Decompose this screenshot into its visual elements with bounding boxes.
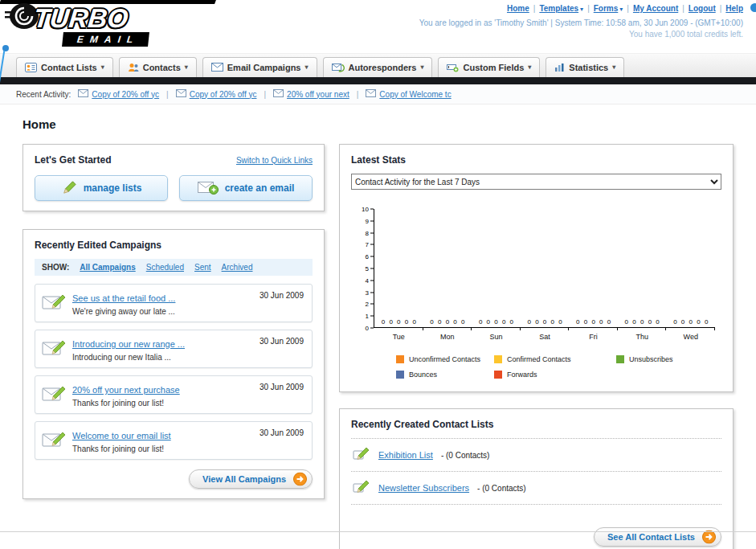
- chart-bar-group: 0 0 0 0 0: [423, 209, 472, 327]
- see-all-contact-lists-button[interactable]: See All Contact Lists: [594, 527, 721, 547]
- show-label: SHOW:: [42, 263, 69, 272]
- campaign-subtitle: Thanks for joining our list!: [72, 445, 305, 453]
- bar-value-labels: 0 0 0 0 0: [666, 318, 715, 326]
- campaign-filters: All CampaignsScheduledSentArchived: [80, 263, 252, 272]
- contact-lists-title: Recently Created Contact Lists: [351, 419, 721, 430]
- contact-list-link[interactable]: Exhibition List: [378, 450, 433, 460]
- header-nav-link[interactable]: Home: [507, 4, 529, 13]
- see-all-contact-lists-label: See All Contact Lists: [607, 532, 695, 542]
- envelope-icon: [176, 89, 186, 99]
- campaign-filter-tab[interactable]: Scheduled: [146, 263, 184, 272]
- view-all-campaigns-button[interactable]: View All Campaigns: [189, 469, 313, 489]
- header-nav-link[interactable]: Help: [725, 4, 743, 13]
- nav-separator: |: [627, 4, 629, 13]
- campaign-title-link[interactable]: Welcome to our email list: [72, 431, 171, 440]
- legend-color-box: [616, 355, 624, 363]
- header-nav-item: Forms▾|: [594, 4, 633, 13]
- campaign-list-item[interactable]: Introducing our new range ... Introducin…: [35, 330, 313, 368]
- stats-filter-select[interactable]: Contact Activity for the Last 7 Days: [351, 174, 721, 190]
- bar-value-labels: 0 0 0 0 0: [423, 318, 472, 326]
- header-nav-link[interactable]: Templates: [539, 4, 578, 13]
- header-nav-link[interactable]: My Account: [633, 4, 678, 13]
- bar-value-labels: 0 0 0 0 0: [472, 318, 521, 326]
- tab-label: Contact Lists: [41, 63, 97, 72]
- recent-activity-link[interactable]: Copy of Welcome tc: [379, 90, 451, 99]
- envelope-pencil-icon: [42, 429, 66, 453]
- tab-label: Email Campaigns: [227, 63, 301, 72]
- legend-item: Forwards: [494, 371, 616, 379]
- nav-tab[interactable]: Statistics ▾: [546, 57, 624, 77]
- statistics-icon: [554, 63, 565, 72]
- recent-activity-items: Copy of 20% off yc | Copy of 20% off yc …: [78, 89, 451, 99]
- campaign-date: 30 Jun 2009: [259, 428, 304, 437]
- latest-stats-panel: Latest Stats Contact Activity for the La…: [339, 144, 734, 392]
- envelope-pencil-icon: [42, 292, 66, 315]
- legend-color-box: [396, 355, 404, 363]
- switch-quick-links[interactable]: Switch to Quick Links: [236, 156, 313, 165]
- manage-lists-button[interactable]: manage lists: [35, 175, 168, 201]
- campaign-date: 30 Jun 2009: [259, 383, 304, 391]
- recent-activity-link[interactable]: 20% off your next: [287, 90, 349, 99]
- get-started-title: Let's Get Started: [35, 154, 112, 166]
- campaign-list-item[interactable]: See us at the retail food ... We're givi…: [35, 284, 313, 322]
- legend-item: Unsubscribes: [616, 355, 715, 363]
- contact-list-link[interactable]: Newsletter Subscribers: [378, 483, 469, 493]
- y-axis-tick-label: 7: [366, 241, 374, 248]
- chart-y-axis: 012345678910: [358, 209, 374, 328]
- pencil-icon: [61, 180, 77, 197]
- header-nav-link[interactable]: Logout: [689, 4, 716, 13]
- manage-lists-label: manage lists: [84, 182, 142, 194]
- contact-activity-chart: 012345678910 0 0 0 0 00 0 0 0 00 0 0 0 0…: [358, 209, 715, 379]
- edge-blue-dot: [750, 3, 756, 12]
- recent-activity-link[interactable]: Copy of 20% off yc: [92, 90, 159, 99]
- y-axis-tick-label: 4: [366, 277, 374, 284]
- envelope-pencil-icon: [42, 383, 66, 407]
- pencil-card-icon: [353, 479, 370, 497]
- nav-divider-bar: [0, 77, 756, 84]
- campaign-filter-tab[interactable]: Archived: [222, 263, 253, 272]
- header-nav-link[interactable]: Forms: [594, 4, 619, 13]
- campaign-filter-tab[interactable]: All Campaigns: [80, 263, 135, 272]
- contact-lists-panel: Recently Created Contact Lists Exhibitio…: [339, 408, 734, 549]
- campaign-filter-tab[interactable]: Sent: [194, 263, 211, 272]
- campaign-title-link[interactable]: Introducing our new range ...: [72, 339, 185, 349]
- orange-arrow-icon: [293, 473, 307, 486]
- nav-tab[interactable]: Autoresponders ▾: [323, 57, 433, 77]
- bar-value-labels: 0 0 0 0 0: [569, 318, 618, 326]
- envelope-icon: [366, 89, 376, 99]
- logo-subtitle: EMAIL: [62, 32, 149, 47]
- y-axis-tick-label: 3: [366, 289, 374, 296]
- create-email-button[interactable]: create an email: [179, 175, 313, 201]
- campaign-filter-bar: SHOW: All CampaignsScheduledSentArchived: [35, 259, 313, 276]
- logo-title: TURBO: [32, 5, 150, 31]
- chart-legend: Unconfirmed Contacts Confirmed Contacts …: [396, 355, 715, 379]
- tab-label: Statistics: [569, 63, 608, 72]
- chevron-down-icon: ▾: [304, 64, 308, 71]
- chart-bar-group: 0 0 0 0 0: [521, 209, 570, 327]
- campaign-title-link[interactable]: 20% off your next purchase: [72, 385, 180, 395]
- activity-separator: |: [166, 90, 169, 99]
- pencil-card-icon: [353, 446, 370, 464]
- nav-tab[interactable]: Email Campaigns ▾: [202, 57, 317, 77]
- campaign-list-item[interactable]: Welcome to our email list Thanks for joi…: [35, 421, 313, 460]
- x-axis-label: Fri: [569, 333, 618, 341]
- campaign-date: 30 Jun 2009: [259, 337, 304, 346]
- recent-activity-item: Copy of 20% off yc |: [78, 89, 168, 99]
- recent-activity-item: 20% off your next |: [273, 89, 358, 99]
- envelope-plus-icon: [198, 180, 219, 197]
- campaign-title-link[interactable]: See us at the retail food ...: [72, 293, 175, 303]
- chart-bar-group: 0 0 0 0 0: [374, 209, 423, 327]
- legend-color-box: [494, 371, 502, 379]
- nav-tab[interactable]: Custom Fields ▾: [438, 57, 540, 77]
- legend-color-box: [494, 355, 502, 363]
- nav-tab[interactable]: Contact Lists ▾: [16, 57, 113, 77]
- chevron-down-icon: ▾: [185, 64, 188, 71]
- activity-separator: |: [357, 90, 359, 99]
- dropdown-arrow-icon: ▾: [619, 6, 623, 13]
- recent-activity-link[interactable]: Copy of 20% off yc: [190, 90, 257, 99]
- nav-tab[interactable]: Contacts ▾: [119, 57, 197, 77]
- campaign-list-item[interactable]: 20% off your next purchase Thanks for jo…: [35, 375, 313, 414]
- legend-item: Bounces: [396, 371, 494, 379]
- chevron-down-icon: ▾: [420, 64, 423, 71]
- campaign-subtitle: Thanks for joining our list!: [72, 399, 305, 408]
